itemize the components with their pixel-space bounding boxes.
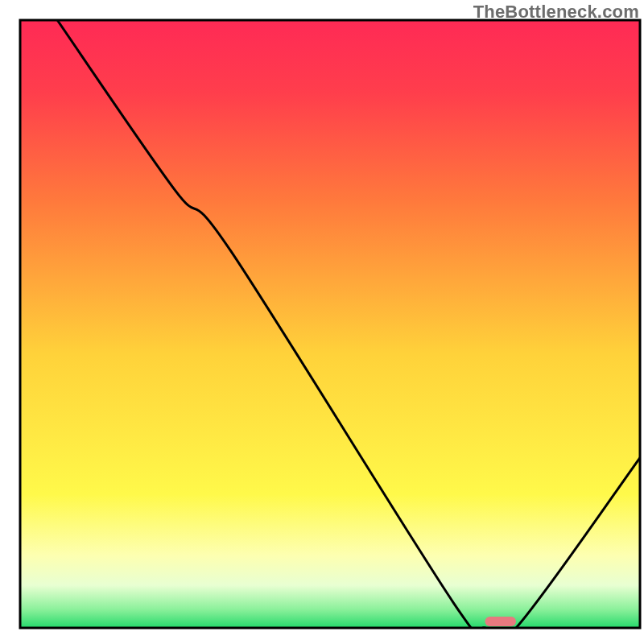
plot-area bbox=[20, 20, 640, 642]
optimal-marker bbox=[485, 617, 517, 626]
gradient-background bbox=[20, 20, 640, 628]
bottleneck-chart: TheBottleneck.com bbox=[0, 0, 644, 644]
watermark-text: TheBottleneck.com bbox=[473, 2, 639, 23]
chart-svg bbox=[0, 0, 644, 644]
